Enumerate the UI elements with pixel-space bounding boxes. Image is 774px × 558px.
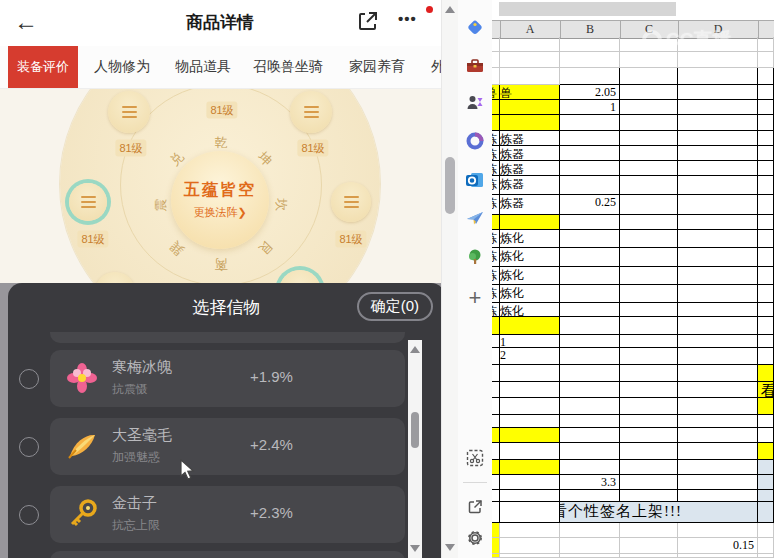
sheet-cell[interactable] <box>492 538 500 554</box>
sheet-cell[interactable] <box>678 335 758 348</box>
sheet-cell[interactable] <box>758 538 774 554</box>
sheet-row[interactable]: 炼炼器 <box>492 146 774 161</box>
item-radio[interactable] <box>19 505 39 525</box>
sheet-row[interactable] <box>492 365 774 382</box>
sheet-row[interactable] <box>492 317 774 335</box>
sheet-cell[interactable] <box>620 428 678 443</box>
sheet-row[interactable]: 炼炼化 <box>492 248 774 267</box>
sheet-cell[interactable] <box>678 398 758 415</box>
sheet-cell[interactable] <box>758 52 774 68</box>
sheet-cell[interactable] <box>758 161 774 176</box>
sheet-row[interactable]: 炼炼器 <box>492 161 774 176</box>
sheet-cell[interactable] <box>678 382 758 398</box>
sheet-cell[interactable]: 2.05 <box>560 85 620 100</box>
sheet-row[interactable] <box>492 460 774 475</box>
sheet-row[interactable]: 炼炼化 <box>492 285 774 303</box>
sheet-cell[interactable] <box>560 523 620 538</box>
sheet-cell[interactable] <box>758 131 774 146</box>
sheet-cell[interactable] <box>758 502 774 523</box>
sheet-cell[interactable] <box>678 100 758 115</box>
sheet-row[interactable]: 炼炼器0.25 <box>492 195 774 215</box>
sheet-cell[interactable] <box>492 460 500 475</box>
scroll-up-icon[interactable] <box>410 346 420 353</box>
sheet-cell[interactable] <box>620 490 678 502</box>
sheet-cell[interactable]: 炼 <box>492 303 500 317</box>
sheet-cell[interactable]: 看个性签名上架!!! <box>560 502 758 523</box>
sheet-cell[interactable] <box>678 490 758 502</box>
sheet-cell[interactable] <box>500 215 560 230</box>
token-item-0[interactable]: 寒梅冰魄抗震慑+1.9% <box>50 350 405 407</box>
sheet-row[interactable] <box>492 52 774 68</box>
sheet-cell[interactable]: 炼 <box>492 131 500 146</box>
sheet-row[interactable] <box>492 415 774 428</box>
sheet-cell[interactable] <box>492 215 500 230</box>
sheet-cell[interactable]: 炼 <box>492 161 500 176</box>
sheet-cell[interactable] <box>758 348 774 365</box>
sheet-cell[interactable] <box>620 100 678 115</box>
sheet-cell[interactable] <box>620 115 678 131</box>
sheet-cell[interactable] <box>500 115 560 131</box>
sheet-cell[interactable]: 1 <box>500 335 560 348</box>
sheet-cell[interactable] <box>560 538 620 554</box>
sheet-cell[interactable] <box>758 100 774 115</box>
sheet-cell[interactable] <box>758 85 774 100</box>
sheet-cell[interactable] <box>678 115 758 131</box>
sheet-cell[interactable] <box>678 348 758 365</box>
sheet-cell[interactable] <box>678 248 758 267</box>
sheet-cell[interactable] <box>758 554 774 558</box>
item-radio[interactable] <box>19 437 39 457</box>
toolbox-icon[interactable] <box>458 56 492 76</box>
sheet-row[interactable]: 0.15 <box>492 538 774 554</box>
plus-icon[interactable]: + <box>458 285 492 311</box>
sheet-cell[interactable]: 1 <box>560 100 620 115</box>
sheet-cell[interactable] <box>620 335 678 348</box>
sheet-cell[interactable] <box>620 317 678 335</box>
tab-0[interactable]: 装备评价 <box>8 46 78 88</box>
sheet-row[interactable]: 兽兽2.05 <box>492 85 774 100</box>
sheet-cell[interactable] <box>560 230 620 248</box>
sheet-cell[interactable]: 炼器 <box>500 131 560 146</box>
column-header-B[interactable]: B <box>560 22 620 37</box>
sheet-cell[interactable] <box>620 146 678 161</box>
external-link-icon[interactable] <box>458 498 492 516</box>
sheet-cell[interactable] <box>620 285 678 303</box>
sheet-cell[interactable] <box>560 176 620 195</box>
sheet-cell[interactable]: 炼器 <box>500 146 560 161</box>
sheet-cell[interactable] <box>678 195 758 215</box>
sheet-cell[interactable] <box>620 382 678 398</box>
sheet-cell[interactable] <box>620 475 678 490</box>
sheet-cell[interactable]: 炼 <box>492 230 500 248</box>
sheet-cell[interactable] <box>492 428 500 443</box>
sheet-cell[interactable] <box>560 428 620 443</box>
sheet-row[interactable] <box>492 398 774 415</box>
sheet-cell[interactable] <box>500 475 560 490</box>
sheet-cell[interactable] <box>492 68 500 85</box>
sheet-cell[interactable]: 炼 <box>492 248 500 267</box>
sheet-cell[interactable] <box>560 554 620 558</box>
sheet-cell[interactable] <box>678 146 758 161</box>
sheet-cell[interactable] <box>678 285 758 303</box>
sheet-cell[interactable] <box>500 415 560 428</box>
sheet-cell[interactable] <box>492 523 500 538</box>
sheet-cell[interactable] <box>758 443 774 460</box>
sheet-cell[interactable] <box>758 428 774 443</box>
sheet-cell[interactable] <box>758 230 774 248</box>
sheet-cell[interactable] <box>758 523 774 538</box>
formation-node[interactable] <box>290 91 332 133</box>
sheet-row[interactable]: 看个性签名上架!!! <box>492 502 774 523</box>
sheet-cell[interactable] <box>678 230 758 248</box>
change-formation-link[interactable]: 更换法阵❯ <box>193 205 246 220</box>
sheet-cell[interactable] <box>500 490 560 502</box>
sheet-cell[interactable]: 炼 <box>492 267 500 285</box>
column-header-A[interactable]: A <box>500 22 560 37</box>
formation-node[interactable] <box>69 183 107 221</box>
sheet-cell[interactable] <box>758 460 774 475</box>
sheet-cell[interactable] <box>560 161 620 176</box>
sheet-cell[interactable]: 炼化 <box>500 285 560 303</box>
sheet-cell[interactable] <box>560 68 620 85</box>
paper-plane-icon[interactable] <box>458 208 492 228</box>
sheet-cell[interactable] <box>758 146 774 161</box>
list-scrollbar[interactable] <box>408 340 422 558</box>
sheet-cell[interactable] <box>678 428 758 443</box>
sheet-cell[interactable] <box>678 131 758 146</box>
